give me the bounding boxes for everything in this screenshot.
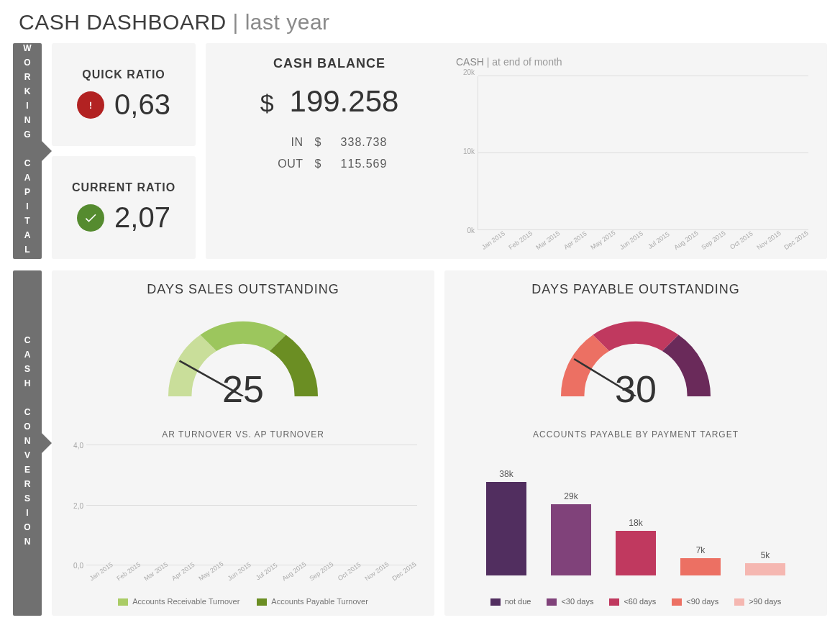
title-period: last year [245, 10, 330, 34]
legend-item: not due [490, 597, 531, 606]
quick-ratio-title: QUICK RATIO [82, 68, 165, 81]
title-main: CASH DASHBOARD [19, 10, 227, 34]
dpo-title: DAYS PAYABLE OUTSTANDING [459, 282, 813, 297]
current-ratio-value: 2,07 [114, 201, 170, 234]
cash-balance-card: CASH BALANCE $ 199.258 IN $ 338.738 OUT … [206, 43, 827, 259]
cash-eom-chart: CASH | at end of month 20k10k0k Jan 2015… [455, 56, 811, 246]
legend-item: <90 days [672, 597, 718, 606]
dso-panel: DAYS SALES OUTSTANDING 25 AR TURNOVER VS… [52, 270, 434, 616]
payable-bar [680, 558, 721, 575]
payable-title: ACCOUNTS PAYABLE BY PAYMENT TARGET [459, 429, 813, 440]
payable-bar [486, 482, 526, 575]
cash-out-row: OUT $ 115.569 [272, 158, 388, 170]
current-ratio-card: CURRENT RATIO 2,07 [52, 156, 196, 259]
legend-item: >90 days [734, 597, 781, 606]
payable-bar [616, 531, 656, 575]
cash-balance-amount: $ 199.258 [260, 84, 399, 119]
cash-in-row: IN $ 338.738 [272, 136, 388, 149]
payable-bar [745, 563, 785, 575]
legend-item: <60 days [609, 597, 656, 606]
quick-ratio-card: QUICK RATIO 0,63 [52, 43, 196, 146]
payable-chart: 38k29k18k7k5k not due<30 days<60 days<90… [459, 442, 813, 606]
current-ratio-title: CURRENT RATIO [72, 181, 175, 194]
legend-item: <30 days [547, 597, 593, 606]
alert-icon [77, 91, 104, 119]
tab-working-capital[interactable]: WORKING CAPITAL [13, 43, 42, 259]
payable-bar [551, 504, 591, 575]
page-title: CASH DASHBOARD | last year [19, 10, 827, 35]
quick-ratio-value: 0,63 [114, 88, 170, 121]
tab-cash-conversion[interactable]: CASH CONVERSION [13, 270, 42, 616]
dso-value: 25 [66, 368, 420, 411]
cash-balance-title: CASH BALANCE [273, 56, 385, 71]
dpo-value: 30 [459, 368, 813, 411]
check-icon [77, 204, 104, 232]
turnover-legend: Accounts Receivable Turnover Accounts Pa… [66, 597, 420, 606]
dso-title: DAYS SALES OUTSTANDING [66, 282, 420, 297]
dpo-panel: DAYS PAYABLE OUTSTANDING 30 ACCOUNTS PAY… [444, 270, 827, 616]
turnover-title: AR TURNOVER VS. AP TURNOVER [66, 429, 420, 440]
turnover-chart: 4,02,00,0 Jan 2015Feb 2015Mar 2015Apr 20… [66, 442, 420, 606]
